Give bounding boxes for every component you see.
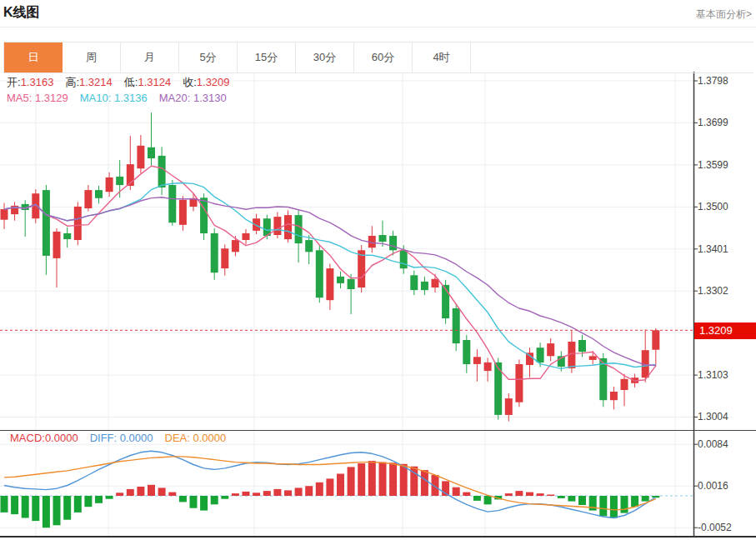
macd-bar xyxy=(526,492,533,496)
macd-bar xyxy=(127,489,134,496)
macd-bar xyxy=(158,488,166,496)
tab-4hour[interactable]: 4时 xyxy=(413,42,471,72)
tab-day[interactable]: 日 xyxy=(4,42,63,72)
macd-bar xyxy=(148,485,155,496)
candle-body xyxy=(473,357,481,364)
close-value: 1.3209 xyxy=(197,76,230,88)
low-label: 低: xyxy=(124,76,138,88)
candle-body xyxy=(589,356,597,360)
candle-body xyxy=(95,190,103,198)
candle-body xyxy=(515,364,523,402)
ma20-label: MA20: xyxy=(159,92,191,104)
candle-body xyxy=(221,248,228,268)
candle-body xyxy=(168,185,176,222)
macd-bar xyxy=(243,492,250,496)
ma5-value: 1.3129 xyxy=(35,92,68,104)
candle-body xyxy=(494,362,502,415)
price-tick-4: 1.3401 xyxy=(698,242,754,256)
candle-body xyxy=(84,190,92,208)
macd-bar xyxy=(263,491,271,496)
candle-body xyxy=(610,392,618,400)
candle-body xyxy=(158,156,166,188)
candle-body xyxy=(432,279,439,288)
low-value: 1.3124 xyxy=(138,76,171,88)
candle-body xyxy=(295,215,303,243)
tab-week[interactable]: 周 xyxy=(63,42,121,72)
macd-bar xyxy=(179,496,187,502)
candle-body xyxy=(74,207,82,240)
candle-body xyxy=(63,233,71,239)
fundamental-analysis-link[interactable]: 基本面分析> xyxy=(696,8,752,22)
macd-bar xyxy=(547,495,554,497)
candle-body xyxy=(453,308,460,343)
candle-body xyxy=(53,232,61,258)
macd-bar xyxy=(421,470,428,496)
candle-body xyxy=(211,233,218,272)
price-tick-6: 1.3103 xyxy=(698,368,754,382)
macd-bar xyxy=(95,496,103,503)
macd-bar xyxy=(22,496,29,518)
macd-bar xyxy=(253,492,260,496)
macd-bar xyxy=(599,496,607,516)
macd-bar xyxy=(358,463,365,496)
macd-bar xyxy=(273,489,281,496)
macd-bar xyxy=(348,467,355,496)
macd-bar xyxy=(389,462,397,496)
macd-bar xyxy=(610,496,618,518)
candle-body xyxy=(326,268,333,300)
price-tick-7: 1.3004 xyxy=(698,410,754,423)
macd-tick-0: 0.0084 xyxy=(698,438,754,451)
price-tick-3: 1.3500 xyxy=(698,200,754,213)
close-label: 收: xyxy=(183,76,197,88)
ma10-value: 1.3136 xyxy=(114,92,148,104)
macd-bar xyxy=(515,491,523,496)
macd-bar xyxy=(558,496,565,498)
macd-bar xyxy=(621,496,628,513)
axes xyxy=(0,72,756,537)
macd-bar xyxy=(284,490,292,496)
macd-bar xyxy=(63,496,71,520)
macd-bar xyxy=(316,482,323,496)
candle-body xyxy=(232,240,239,252)
high-value: 1.3214 xyxy=(79,76,113,88)
price-tick-1: 1.3699 xyxy=(698,116,754,129)
tab-60min[interactable]: 60分 xyxy=(354,42,413,72)
tab-15min[interactable]: 15分 xyxy=(238,42,296,72)
period-tabbar: 日 周 月 5分 15分 30分 60分 4时 xyxy=(3,42,753,73)
macd-bar xyxy=(116,492,123,496)
candle-body xyxy=(379,235,387,242)
macd-bar xyxy=(537,493,544,496)
macd-tick-1: 0.0016 xyxy=(698,479,754,492)
macd-bar xyxy=(32,496,39,521)
macd-bar xyxy=(106,496,113,499)
macd-bar xyxy=(43,496,50,528)
macd-bar xyxy=(200,496,208,511)
macd-bar xyxy=(190,496,198,508)
candle-body xyxy=(410,275,418,290)
open-value: 1.3163 xyxy=(21,76,54,88)
macd-value: 0.0000 xyxy=(45,432,78,444)
candle-body xyxy=(1,209,8,220)
candle-body xyxy=(273,217,281,235)
candle-body xyxy=(348,279,355,289)
tab-5min[interactable]: 5分 xyxy=(179,42,238,72)
price-tick-5: 1.3302 xyxy=(698,284,754,298)
candle-body xyxy=(358,250,365,288)
candle-body xyxy=(316,250,323,298)
candle-body xyxy=(116,177,123,185)
tab-month[interactable]: 月 xyxy=(121,42,179,72)
macd-bar xyxy=(168,492,176,496)
macd-bar xyxy=(642,496,649,502)
macd-bar xyxy=(232,493,239,496)
macd-bar xyxy=(631,496,638,507)
macd-bar xyxy=(337,474,344,497)
candle-body xyxy=(137,146,144,168)
candle-body xyxy=(652,330,659,349)
macd-bar xyxy=(295,488,303,496)
candle-body xyxy=(389,236,397,250)
macd-bar xyxy=(305,486,313,496)
tab-30min[interactable]: 30分 xyxy=(296,42,354,72)
macd-bar xyxy=(1,496,8,512)
high-label: 高: xyxy=(65,76,79,88)
candle-body xyxy=(148,148,155,158)
